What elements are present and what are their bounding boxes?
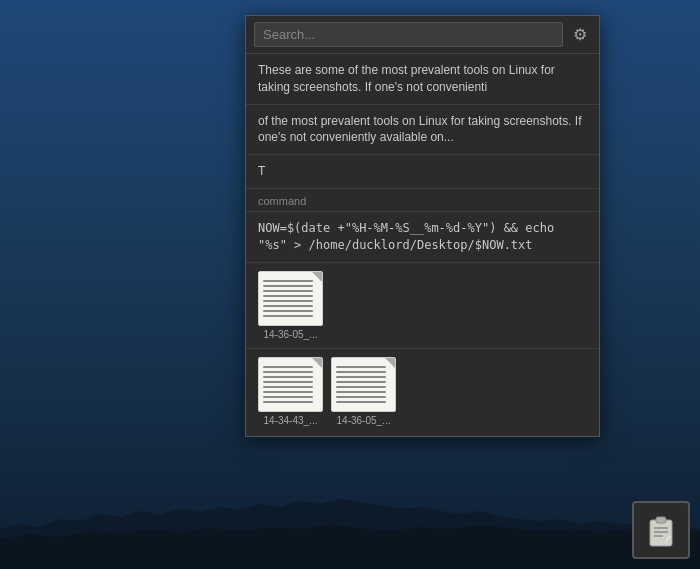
thumbnail-icon-2	[258, 357, 323, 412]
svg-rect-1	[656, 517, 666, 523]
clipboard-text-content-3: T	[258, 164, 265, 178]
clipboard-command-item[interactable]: NOW=$(date +"%H-%M-%S__%m-%d-%Y") && ech…	[246, 212, 599, 263]
clipboard-command-content: NOW=$(date +"%H-%M-%S__%m-%d-%Y") && ech…	[258, 221, 554, 252]
thumb-line	[263, 391, 313, 393]
taskbar-clipboard-button[interactable]	[632, 501, 690, 559]
clipboard-text-content-1: These are some of the most prevalent too…	[258, 63, 555, 94]
svg-rect-0	[650, 520, 672, 546]
thumb-line	[336, 401, 386, 403]
settings-button[interactable]: ⚙	[569, 23, 591, 46]
thumb-line	[263, 295, 313, 297]
thumb-line	[336, 371, 386, 373]
thumb-line	[336, 396, 386, 398]
clipboard-panel: ⚙ These are some of the most prevalent t…	[245, 15, 600, 437]
settings-icon: ⚙	[573, 26, 587, 43]
thumb-line	[263, 396, 313, 398]
thumbnails-row-2: 14-34-43_... 14-36-05_...	[246, 349, 599, 436]
clipboard-text-item-1[interactable]: These are some of the most prevalent too…	[246, 54, 599, 105]
thumbnail-item-2[interactable]: 14-34-43_...	[258, 357, 323, 426]
thumb-line	[263, 366, 313, 368]
thumb-line	[336, 366, 386, 368]
clipboard-text-item-3[interactable]: T	[246, 155, 599, 189]
thumb-line	[263, 376, 313, 378]
thumb-line	[263, 386, 313, 388]
thumbnail-item-1[interactable]: 14-36-05_...	[258, 271, 323, 340]
landscape-silhouette	[0, 449, 700, 569]
search-input[interactable]	[254, 22, 563, 47]
thumb-line	[263, 381, 313, 383]
command-label: command	[246, 189, 599, 212]
thumb-line	[263, 310, 313, 312]
thumbnail-label-1: 14-36-05_...	[264, 329, 318, 340]
clipboard-text-item-2[interactable]: of the most prevalent tools on Linux for…	[246, 105, 599, 156]
thumb-line	[263, 280, 313, 282]
thumb-line	[263, 401, 313, 403]
search-bar: ⚙	[246, 16, 599, 54]
thumb-line	[336, 376, 386, 378]
thumb-line	[263, 315, 313, 317]
clipboard-text-content-2: of the most prevalent tools on Linux for…	[258, 114, 582, 145]
thumb-line	[263, 285, 313, 287]
thumbnail-item-3[interactable]: 14-36-05_...	[331, 357, 396, 426]
thumb-line	[263, 300, 313, 302]
thumb-line	[336, 381, 386, 383]
thumbnail-label-2: 14-34-43_...	[264, 415, 318, 426]
thumbnail-icon-3	[331, 357, 396, 412]
thumbnail-icon-1	[258, 271, 323, 326]
thumb-line	[263, 290, 313, 292]
thumbnail-label-3: 14-36-05_...	[337, 415, 391, 426]
thumb-line	[263, 371, 313, 373]
thumbnails-row-1: 14-36-05_...	[246, 263, 599, 349]
thumb-line	[336, 391, 386, 393]
thumb-line	[263, 305, 313, 307]
thumb-line	[336, 386, 386, 388]
clipboard-taskbar-icon	[643, 512, 679, 548]
